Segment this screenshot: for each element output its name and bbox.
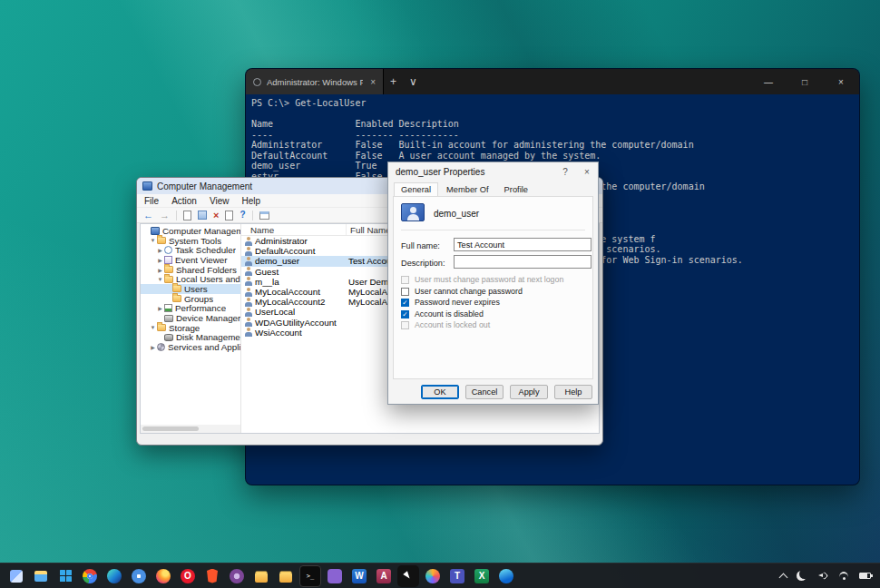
- new-tab-button[interactable]: +: [384, 75, 403, 88]
- terminal-icon[interactable]: >_: [299, 565, 321, 587]
- tree-item-groups[interactable]: Groups: [141, 294, 240, 304]
- user-name: demo_user: [252, 256, 344, 266]
- checkbox-label: Password never expires: [415, 298, 500, 307]
- opera-icon[interactable]: O: [177, 565, 199, 587]
- tree-item-disk-management[interactable]: Disk Management: [141, 333, 240, 343]
- chevron-right-icon[interactable]: ▶: [156, 267, 164, 273]
- icon-glyph: O: [184, 571, 191, 581]
- checkbox-row-account-is-locked-out[interactable]: Account is locked out: [401, 320, 490, 329]
- folder-icon[interactable]: [250, 565, 272, 587]
- tree-item-users[interactable]: Users: [141, 284, 240, 294]
- checkbox-checked-icon[interactable]: ✓: [401, 299, 409, 307]
- chevron-right-icon[interactable]: ▶: [149, 344, 157, 350]
- checkbox-row-account-is-disabled[interactable]: ✓Account is disabled: [401, 309, 484, 318]
- access-icon[interactable]: A: [373, 565, 395, 587]
- tree-item-performance[interactable]: ▶Performance: [141, 304, 240, 314]
- document-icon[interactable]: [183, 211, 191, 220]
- folder-icon[interactable]: [275, 565, 297, 587]
- file-explorer-icon[interactable]: [30, 565, 52, 587]
- chevron-right-icon[interactable]: ▶: [156, 305, 164, 311]
- tree-item-storage[interactable]: ▼Storage: [141, 323, 240, 333]
- volume-icon[interactable]: [816, 571, 828, 581]
- tab-dropdown-icon[interactable]: ∨: [403, 75, 424, 88]
- tree-item-task-scheduler[interactable]: ▶Task Scheduler: [141, 245, 240, 255]
- close-button[interactable]: ×: [823, 69, 859, 94]
- forward-arrow-icon[interactable]: →: [160, 211, 170, 220]
- cancel-button[interactable]: Cancel: [465, 385, 504, 399]
- chevron-right-icon[interactable]: ▶: [156, 247, 164, 253]
- checkbox-row-password-never-expires[interactable]: ✓Password never expires: [401, 298, 500, 307]
- help-icon[interactable]: ?: [240, 211, 245, 220]
- chromium-icon[interactable]: [128, 565, 150, 587]
- list-view-icon[interactable]: [198, 211, 207, 220]
- properties-icon[interactable]: [225, 211, 233, 220]
- menu-help[interactable]: Help: [241, 196, 260, 206]
- menu-action[interactable]: Action: [171, 196, 197, 206]
- description-input[interactable]: [454, 255, 592, 269]
- spark-icon[interactable]: [422, 565, 444, 587]
- powershell-titlebar[interactable]: Administrator: Windows Pow × + ∨ — □ ×: [246, 69, 859, 94]
- menu-view[interactable]: View: [210, 196, 230, 206]
- word-icon[interactable]: W: [348, 565, 370, 587]
- night-light-icon[interactable]: [797, 571, 807, 581]
- menu-file[interactable]: File: [144, 196, 159, 206]
- maximize-button[interactable]: □: [787, 69, 823, 94]
- firefox-icon[interactable]: [152, 565, 174, 587]
- tab-member-of[interactable]: Member Of: [439, 182, 496, 196]
- dialog-help-button[interactable]: ?: [554, 162, 576, 181]
- dialog-close-button[interactable]: ×: [576, 162, 598, 181]
- checkbox-checked-icon[interactable]: ✓: [401, 310, 409, 318]
- description-label: Description:: [401, 259, 445, 268]
- terminal-tab[interactable]: Administrator: Windows Pow ×: [246, 69, 384, 94]
- checkbox-icon[interactable]: [401, 288, 409, 296]
- tree-item-event-viewer[interactable]: ▶Event Viewer: [141, 255, 240, 265]
- wifi-icon[interactable]: [838, 572, 849, 580]
- excel-icon[interactable]: X: [471, 565, 493, 587]
- windows-logo-icon: [60, 570, 72, 582]
- ok-button[interactable]: OK: [421, 385, 459, 399]
- chrome-icon[interactable]: [79, 565, 101, 587]
- tree-item-device-manager[interactable]: Device Manager: [141, 313, 240, 323]
- tab-close-icon[interactable]: ×: [368, 77, 376, 87]
- tree-item-shared-folders[interactable]: ▶Shared Folders: [141, 265, 240, 275]
- chevron-down-icon[interactable]: ▼: [149, 238, 157, 243]
- brave-icon[interactable]: [201, 565, 223, 587]
- chevron-right-icon[interactable]: ▶: [156, 257, 164, 263]
- checkbox-row-must-change-password[interactable]: User must change password at next logon: [401, 275, 563, 284]
- tree-item-system-tools[interactable]: ▼System Tools: [141, 236, 240, 246]
- widgets-icon[interactable]: [5, 565, 27, 587]
- dialog-titlebar[interactable]: demo_user Properties ? ×: [388, 162, 598, 181]
- tab-general[interactable]: General: [394, 182, 438, 197]
- checkbox-row-cannot-change-password[interactable]: User cannot change password: [401, 287, 523, 296]
- tree-item-services-and-applications[interactable]: ▶Services and Applications: [141, 342, 240, 352]
- delete-icon[interactable]: ×: [213, 211, 219, 220]
- tree-item-label: Shared Folders: [176, 265, 237, 275]
- system-tray: [780, 571, 871, 581]
- user-name: MyLocalAccount2: [252, 297, 344, 307]
- edge-icon[interactable]: [103, 565, 125, 587]
- start-button[interactable]: [54, 565, 76, 587]
- back-arrow-icon[interactable]: ←: [143, 211, 153, 220]
- cursor-icon[interactable]: [397, 565, 419, 587]
- teams-icon[interactable]: T: [446, 565, 468, 587]
- column-header-name[interactable]: Name: [241, 224, 347, 235]
- apply-button[interactable]: Apply: [510, 385, 548, 399]
- help-button[interactable]: Help: [554, 385, 592, 399]
- window-panes-icon[interactable]: [259, 211, 269, 220]
- tree-item-computer-management[interactable]: Computer Management (Local: [141, 226, 240, 236]
- hidden-icons-chevron-icon[interactable]: [779, 573, 788, 582]
- tab-profile[interactable]: Profile: [497, 182, 535, 196]
- minimize-button[interactable]: —: [750, 69, 787, 94]
- battery-icon[interactable]: [859, 573, 871, 579]
- tree-item-local-users-and-groups[interactable]: ▼Local Users and Groups: [141, 274, 240, 284]
- tor-browser-icon[interactable]: [226, 565, 248, 587]
- checkbox-icon[interactable]: [401, 276, 409, 284]
- horizontal-scrollbar[interactable]: [141, 425, 240, 433]
- checkbox-icon[interactable]: [401, 321, 409, 329]
- visual-studio-icon[interactable]: [324, 565, 346, 587]
- chevron-down-icon[interactable]: ▼: [156, 277, 164, 282]
- edge-beta-icon[interactable]: [495, 565, 517, 587]
- chevron-down-icon[interactable]: ▼: [149, 325, 157, 330]
- full-name-input[interactable]: Test Account: [454, 238, 592, 251]
- scrollbar-thumb[interactable]: [142, 426, 199, 431]
